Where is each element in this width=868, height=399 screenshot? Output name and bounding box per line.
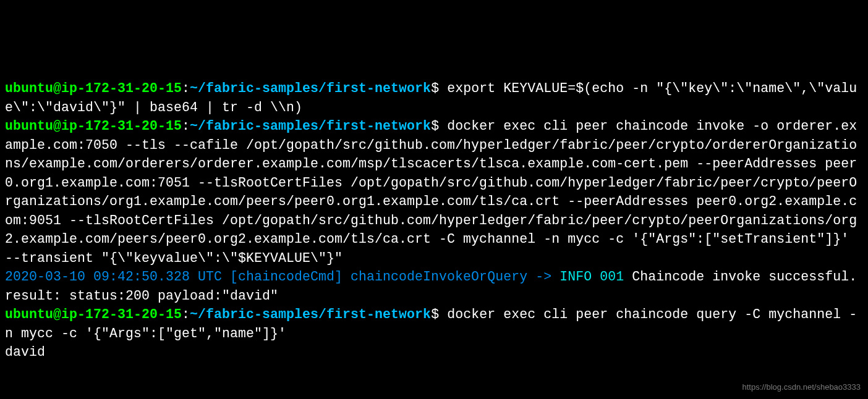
prompt-user: ubuntu@ip-172-31-20-15 <box>5 119 182 133</box>
prompt-dollar: $ <box>431 119 439 133</box>
watermark-text: https://blog.csdn.net/shebao3333 <box>742 382 861 393</box>
prompt-user: ubuntu@ip-172-31-20-15 <box>5 307 182 322</box>
prompt-path: ~/fabric-samples/first-network <box>190 81 431 96</box>
log-timestamp: 2020-03-10 09:42:50.328 UTC [chaincodeCm… <box>5 269 560 284</box>
prompt-sep: : <box>182 81 190 96</box>
prompt-dollar: $ <box>431 307 439 322</box>
prompt-path: ~/fabric-samples/first-network <box>190 119 431 133</box>
prompt-sep: : <box>182 119 190 133</box>
prompt-sep: : <box>182 307 190 322</box>
prompt-path: ~/fabric-samples/first-network <box>190 307 431 322</box>
command-line: docker exec cli peer chaincode invoke -o… <box>5 119 857 266</box>
log-level: INFO 001 <box>560 269 624 284</box>
prompt-dollar: $ <box>431 81 439 96</box>
prompt-user: ubuntu@ip-172-31-20-15 <box>5 81 182 96</box>
command-output: david <box>5 345 45 359</box>
terminal-output[interactable]: ubuntu@ip-172-31-20-15:~/fabric-samples/… <box>5 79 863 362</box>
